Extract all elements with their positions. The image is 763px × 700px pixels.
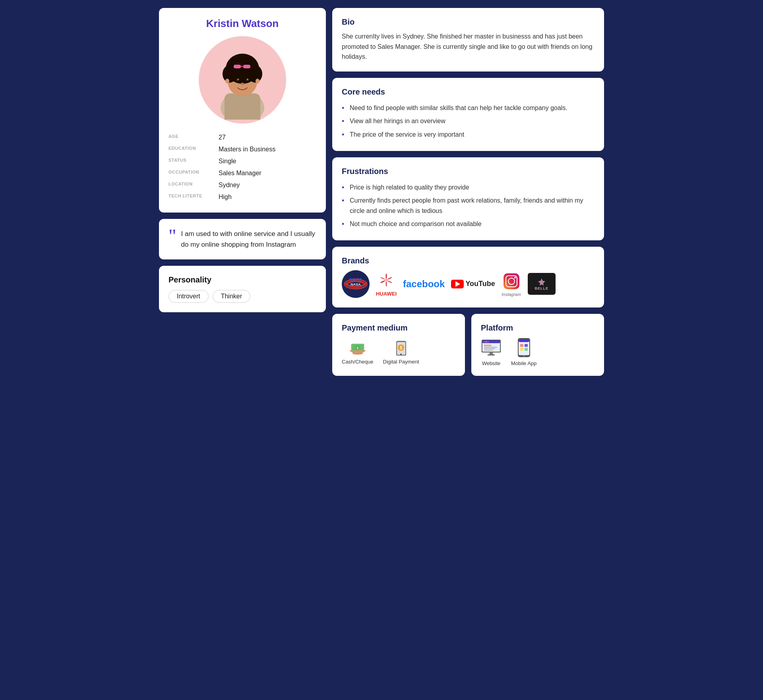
education-value: Masters in Business [219, 146, 275, 153]
frustrations-title: Frustrations [342, 167, 595, 176]
belle-label: BELLE [534, 286, 548, 290]
svg-rect-42 [482, 340, 500, 343]
tag-thinker: Thinker [213, 290, 250, 303]
location-row: LOCATION Sydney [168, 179, 316, 191]
age-label: AGE [168, 134, 212, 141]
location-value: Sydney [219, 182, 240, 189]
tag-introvert: Introvert [168, 290, 209, 303]
platform-icons: Website [481, 337, 595, 366]
svg-rect-54 [519, 339, 529, 342]
payment-cash: $ Cash/Cheque [342, 337, 374, 365]
brand-belle: BELLE [528, 273, 556, 295]
list-item: Not much choice and comparison not avail… [342, 217, 595, 231]
youtube-icon [451, 280, 464, 288]
youtube-label: YouTube [465, 280, 495, 288]
brand-youtube: YouTube [451, 280, 495, 288]
list-item: Price is high related to quality they pr… [342, 181, 595, 194]
svg-point-30 [514, 277, 516, 278]
nasa-logo: NASA NASA [342, 270, 370, 298]
payment-title: Payment medium [342, 323, 455, 333]
status-label: STATUS [168, 158, 212, 165]
svg-rect-47 [484, 347, 497, 348]
quote-text: I am used to with online service and I u… [181, 228, 316, 250]
svg-rect-49 [484, 350, 494, 351]
svg-text:$: $ [400, 346, 402, 350]
core-needs-title: Core needs [342, 87, 595, 97]
svg-point-43 [484, 341, 485, 342]
personality-card: Personality Introvert Thinker [159, 266, 326, 312]
website-icon [481, 337, 502, 358]
huawei-label: HUAWEI [376, 291, 397, 297]
platform-mobile: Mobile App [511, 337, 536, 366]
svg-point-39 [400, 354, 402, 355]
svg-point-19 [241, 83, 244, 85]
brand-facebook: facebook [403, 278, 445, 290]
main-grid: Kristin Watson [159, 8, 604, 376]
cash-icon: $ [348, 337, 367, 356]
cash-label: Cash/Cheque [342, 359, 374, 365]
core-needs-card: Core needs Need to find people with simi… [332, 78, 604, 151]
svg-rect-55 [520, 344, 523, 347]
list-item: The price of the service is very importa… [342, 128, 595, 141]
brand-nasa: NASA NASA [342, 270, 370, 298]
bio-title: Bio [342, 17, 595, 27]
svg-point-45 [488, 341, 489, 342]
brand-instagram: Instagram [502, 271, 521, 297]
brands-title: Brands [342, 256, 595, 265]
education-label: EDUCATION [168, 146, 212, 153]
svg-rect-48 [484, 348, 495, 349]
svg-text:$: $ [357, 346, 359, 350]
svg-rect-46 [484, 345, 492, 346]
tech-row: TECH LITERTE High [168, 191, 316, 203]
personality-title: Personality [168, 275, 316, 284]
svg-rect-12 [234, 65, 241, 68]
occupation-label: OCCUPATION [168, 170, 212, 177]
mobile-app-label: Mobile App [511, 360, 536, 366]
education-row: EDUCATION Masters in Business [168, 143, 316, 155]
right-column: Bio She currenIty lives in Sydney. She f… [332, 8, 604, 376]
svg-rect-58 [525, 348, 528, 351]
bio-text: She currenIty lives in Sydney. She finis… [342, 31, 595, 62]
age-row: AGE 27 [168, 131, 316, 143]
website-label: Website [482, 360, 501, 366]
list-item: View all her hirings in an overview [342, 114, 595, 128]
instagram-label: Instagram [502, 292, 521, 297]
facebook-label: facebook [403, 278, 445, 290]
bio-card: Bio She currenIty lives in Sydney. She f… [332, 8, 604, 72]
profile-name: Kristin Watson [206, 17, 279, 30]
platform-card: Platform [471, 314, 604, 376]
platform-title: Platform [481, 323, 595, 333]
mobile-app-icon [513, 337, 534, 358]
payment-digital: $ Digital Payment [383, 337, 419, 365]
left-column: Kristin Watson [159, 8, 326, 376]
profile-details: AGE 27 EDUCATION Masters in Business STA… [168, 131, 316, 203]
svg-point-17 [237, 79, 239, 80]
svg-rect-56 [525, 344, 528, 347]
personality-tags: Introvert Thinker [168, 290, 316, 303]
core-needs-list: Need to find people with similar skills … [342, 101, 595, 141]
tech-value: High [219, 193, 232, 201]
avatar [199, 36, 286, 124]
digital-payment-icon: $ [391, 337, 411, 356]
quote-card: " I am used to with online service and I… [159, 219, 326, 259]
platform-website: Website [481, 337, 502, 366]
play-icon [455, 281, 460, 287]
status-row: STATUS Single [168, 155, 316, 167]
svg-point-18 [247, 79, 248, 80]
status-value: Single [219, 158, 236, 165]
svg-text:NASA: NASA [351, 282, 361, 286]
brands-card: Brands NASA NASA [332, 247, 604, 307]
svg-point-20 [225, 79, 229, 83]
brand-huawei: HUAWEI [376, 271, 397, 297]
list-item: Currently finds perect people from past … [342, 194, 595, 217]
digital-payment-label: Digital Payment [383, 359, 419, 365]
location-label: LOCATION [168, 182, 212, 189]
frustrations-list: Price is high related to quality they pr… [342, 181, 595, 231]
svg-point-10 [229, 54, 256, 74]
list-item: Need to find people with similar skills … [342, 101, 595, 115]
brands-row: NASA NASA [342, 270, 595, 298]
payment-card: Payment medium $ [332, 314, 465, 376]
svg-rect-13 [243, 65, 250, 68]
occupation-value: Sales Manager [219, 170, 261, 177]
svg-rect-51 [488, 354, 495, 356]
